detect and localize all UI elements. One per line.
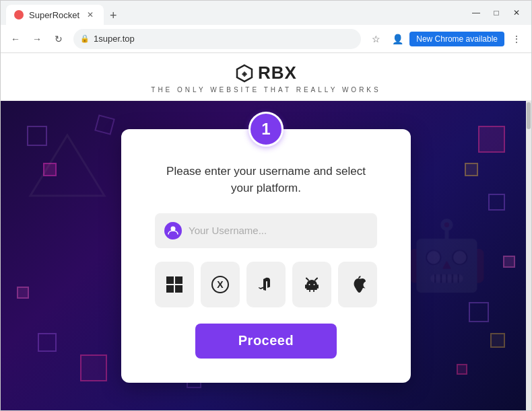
step-badge: 1: [248, 112, 284, 147]
svg-rect-4: [166, 276, 174, 284]
hero-section: 🤖 1 Please enter your username and selec…: [1, 101, 531, 410]
svg-rect-17: [309, 290, 310, 292]
page-content: ◈ RBX THE ONLY WEBSITE THAT REALLY WORKS: [1, 53, 531, 410]
svg-rect-5: [175, 276, 182, 284]
bookmark-button[interactable]: ☆: [366, 30, 385, 48]
platform-playstation-button[interactable]: [246, 262, 286, 307]
lock-icon: 🔒: [80, 34, 90, 43]
forward-button[interactable]: →: [28, 30, 46, 48]
bg-square-9: [488, 194, 505, 211]
bg-square-2: [43, 163, 57, 176]
bg-square-12: [490, 333, 505, 348]
svg-rect-18: [313, 290, 314, 292]
bg-square-8: [465, 163, 478, 176]
browser-frame: SuperRocket ✕ + — □ ✕ ← → ↻ 🔒 1super.top…: [0, 0, 532, 411]
active-tab[interactable]: SuperRocket ✕: [6, 5, 104, 25]
site-header: ◈ RBX THE ONLY WEBSITE THAT REALLY WORKS: [1, 53, 531, 101]
chrome-update-button[interactable]: New Chrome available: [409, 32, 504, 46]
tab-close-button[interactable]: ✕: [85, 9, 96, 20]
back-button[interactable]: ←: [6, 30, 25, 48]
logo-area: ◈ RBX: [1, 63, 531, 83]
bg-square-10: [503, 256, 515, 268]
menu-button[interactable]: ⋮: [507, 30, 526, 48]
bg-square-7: [478, 126, 505, 153]
rbx-logo-icon: ◈: [235, 64, 254, 83]
tab-title: SuperRocket: [29, 10, 79, 20]
bg-square-1: [27, 126, 47, 146]
tab-area: SuperRocket ✕ +: [6, 1, 123, 25]
window-controls: — □ ✕: [467, 3, 526, 22]
platform-xbox-button[interactable]: X: [201, 262, 240, 307]
modal-title: Please enter your username and select yo…: [155, 163, 377, 197]
platform-grid: X: [155, 262, 377, 307]
svg-line-11: [315, 278, 317, 280]
logo-text: RBX: [258, 63, 297, 83]
platform-android-button[interactable]: [292, 262, 331, 307]
account-button[interactable]: 👤: [388, 30, 407, 48]
bg-square-4: [17, 287, 29, 299]
new-tab-button[interactable]: +: [104, 6, 123, 25]
minimize-button[interactable]: —: [467, 3, 486, 22]
reload-button[interactable]: ↻: [49, 30, 68, 48]
toolbar-right: ☆ 👤 New Chrome available ⋮: [366, 30, 526, 48]
platform-windows-button[interactable]: [155, 262, 194, 307]
username-placeholder: Your Username...: [189, 225, 267, 236]
svg-rect-6: [166, 285, 174, 293]
modal: 1 Please enter your username and select …: [121, 129, 411, 383]
svg-line-10: [306, 278, 308, 280]
svg-point-12: [309, 284, 310, 285]
close-button[interactable]: ✕: [507, 3, 526, 22]
tagline: THE ONLY WEBSITE THAT REALLY WORKS: [1, 86, 531, 94]
bg-square-5: [38, 333, 57, 352]
title-bar: SuperRocket ✕ + — □ ✕: [1, 1, 531, 25]
url-text: 1super.top: [94, 34, 135, 44]
username-icon: [164, 222, 182, 239]
proceed-button[interactable]: Proceed: [195, 324, 337, 359]
svg-text:X: X: [217, 279, 224, 290]
maximize-button[interactable]: □: [487, 3, 506, 22]
svg-rect-15: [317, 285, 319, 289]
tab-favicon: [14, 10, 24, 20]
platform-apple-button[interactable]: [338, 262, 377, 307]
scrollbar[interactable]: [526, 101, 531, 410]
website: ◈ RBX THE ONLY WEBSITE THAT REALLY WORKS: [1, 53, 531, 410]
watermark-character: 🤖: [405, 216, 489, 295]
svg-text:◈: ◈: [241, 70, 248, 77]
svg-rect-16: [306, 289, 317, 290]
svg-point-13: [314, 284, 315, 285]
svg-rect-14: [305, 285, 306, 289]
bg-square-11: [469, 302, 489, 322]
scrollbar-thumb[interactable]: [527, 102, 531, 129]
bg-square-13: [457, 364, 467, 375]
toolbar: ← → ↻ 🔒 1super.top ☆ 👤 New Chrome availa…: [1, 25, 531, 53]
svg-rect-7: [175, 285, 182, 293]
bg-square-3: [94, 114, 115, 135]
bg-square-6: [80, 354, 107, 381]
username-input-field[interactable]: Your Username...: [155, 213, 377, 248]
address-bar[interactable]: 🔒 1super.top: [73, 29, 361, 49]
